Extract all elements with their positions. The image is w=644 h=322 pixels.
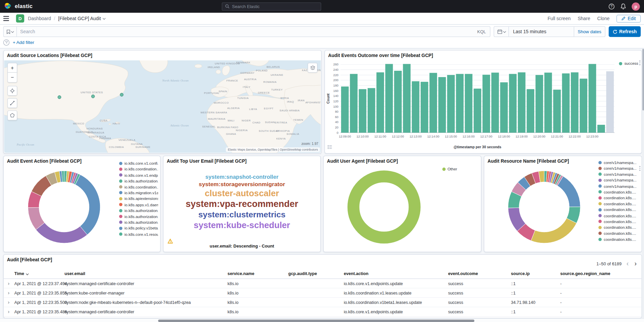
world-map[interactable]: UNITED STATESMEXICOCUBAHAITIGUATEMALAHON… (4, 60, 321, 153)
map-data-point[interactable] (58, 96, 61, 99)
donut-slice[interactable] (531, 218, 577, 243)
breadcrumb-page-title[interactable]: [Filebeat GCP] Audit (58, 16, 105, 21)
bar-success[interactable] (580, 78, 587, 132)
legend-item[interactable]: io.k8s.authorization.... (119, 208, 158, 213)
column-header-time[interactable]: Time (14, 271, 28, 276)
tagcloud-word[interactable]: system:clustermetrics (198, 210, 285, 219)
legend-item[interactable]: io.k8s.authorization.... (119, 214, 158, 219)
tagcloud-word[interactable]: system:vpa-recommender (186, 199, 298, 209)
column-header-event-action[interactable]: event.action (344, 271, 369, 276)
legend-item[interactable]: coordination.k8s.... (598, 196, 639, 200)
space-badge[interactable]: D (16, 14, 24, 22)
map-attribution[interactable]: Elastic Maps Service, OpenMapTiles | Ope… (226, 148, 320, 152)
time-range-value[interactable]: Last 15 minutes (509, 29, 574, 34)
next-page-button[interactable]: › (634, 260, 637, 267)
share-button[interactable]: Share (578, 16, 590, 21)
filter-set-menu-button[interactable] (3, 39, 9, 45)
legend-item[interactable]: coordination.k8s.... (598, 190, 639, 194)
legend-item[interactable]: core/v1/namespa... (598, 184, 639, 188)
bar-success[interactable] (403, 64, 411, 133)
expand-row-button[interactable]: › (8, 299, 9, 305)
column-header-source-geo-region-name[interactable]: source.geo.region_name (560, 271, 610, 276)
scrollbar-thumb[interactable] (158, 319, 474, 322)
bar-success[interactable] (597, 125, 605, 132)
bar-success[interactable] (465, 74, 473, 132)
legend-item[interactable]: coordination.k8s.... (598, 208, 639, 212)
donut-ring[interactable] (354, 176, 415, 237)
expand-row-button[interactable]: › (8, 309, 9, 314)
map-layers-button[interactable] (308, 63, 317, 72)
panel-options-icon[interactable] (639, 166, 640, 171)
bar-success[interactable] (544, 72, 552, 132)
bar-success[interactable] (438, 77, 446, 133)
bar-incomplete-bucket[interactable] (606, 71, 614, 133)
clone-button[interactable]: Clone (597, 16, 610, 21)
legend-item[interactable]: io.k8s.core.v1.endp... (119, 173, 158, 177)
legend-item[interactable]: Other (442, 167, 457, 171)
measure-distance-button[interactable] (7, 98, 17, 108)
bar-success[interactable] (482, 75, 490, 133)
expand-row-button[interactable]: › (8, 280, 9, 286)
bar-success[interactable] (589, 64, 596, 133)
column-header-service-name[interactable]: service.name (227, 271, 254, 276)
notifications-bell-icon[interactable] (620, 3, 626, 9)
legend-item[interactable]: coordination.k8s.... (598, 213, 639, 218)
draw-shape-button[interactable] (7, 110, 17, 120)
legend-item[interactable]: coordination.k8s.... (598, 231, 639, 235)
help-icon[interactable]: ? (608, 3, 615, 10)
query-search-input[interactable] (17, 29, 473, 34)
legend-item[interactable]: io.k8s.core.v1.resou... (119, 232, 158, 236)
legend-item[interactable]: io.k8s.authorization.... (119, 179, 158, 183)
tagcloud-word[interactable]: system:kube-scheduler (194, 220, 290, 230)
global-search[interactable] (222, 2, 321, 10)
previous-page-button[interactable]: ‹ (626, 260, 629, 267)
refresh-button[interactable]: Refresh (609, 26, 641, 37)
user-avatar[interactable]: p (632, 2, 640, 10)
column-header-event-outcome[interactable]: event.outcome (448, 271, 478, 276)
show-dates-button[interactable]: Show dates (574, 27, 605, 37)
column-header-source-ip[interactable]: source.ip (511, 271, 530, 276)
bar-success[interactable] (341, 87, 349, 133)
legend-item[interactable]: io.k8s.migration.v1al... (119, 191, 158, 195)
map-data-point[interactable] (120, 93, 123, 97)
legend-item[interactable]: core/v1/namespa... (598, 160, 639, 165)
breadcrumb-dashboard[interactable]: Dashboard (28, 16, 51, 21)
zoom-in-button[interactable]: + (7, 63, 17, 72)
query-language-button[interactable]: KQL (473, 29, 490, 34)
legend-item[interactable]: coordination.k8s.... (598, 202, 639, 206)
bar-success[interactable] (456, 74, 464, 132)
bar-success[interactable] (359, 89, 367, 133)
scrollbar-thumb[interactable] (642, 49, 644, 111)
expand-row-button[interactable]: › (8, 290, 9, 296)
saved-query-menu-button[interactable] (4, 27, 17, 37)
date-picker-menu-button[interactable] (494, 27, 509, 37)
legend-item[interactable]: coordination.k8s.... (598, 219, 639, 224)
bar-success[interactable] (412, 81, 420, 132)
tagcloud-word[interactable]: system:storageversionmigrator (199, 181, 285, 187)
legend-item[interactable]: io.k8s.apps.v1.daem... (119, 202, 158, 207)
legend-item[interactable]: success (619, 61, 638, 65)
legend-item[interactable]: io.k8s.coordination.... (119, 167, 158, 171)
legend-item[interactable]: coordination.k8s.... (598, 237, 639, 241)
legend-item[interactable]: coordination.k8s.... (598, 225, 639, 229)
bar-success[interactable] (553, 90, 561, 132)
bar-success[interactable] (350, 74, 358, 132)
column-header-user-email[interactable]: user.email (64, 271, 85, 276)
bar-success[interactable] (376, 72, 384, 133)
legend-item[interactable]: io.k8s.coordination.... (119, 184, 158, 189)
donut-slice[interactable] (75, 175, 100, 235)
legend-item[interactable]: io.k8s.apiextensions.... (119, 197, 158, 201)
map-data-point[interactable] (91, 95, 95, 98)
donut-slice[interactable] (557, 176, 580, 207)
bar-success[interactable] (571, 72, 579, 133)
zoom-out-button[interactable]: − (7, 73, 17, 83)
bar-success[interactable] (474, 89, 481, 132)
global-search-input[interactable] (232, 4, 318, 9)
bar-success[interactable] (394, 71, 402, 133)
legend-toggle-icon[interactable] (327, 144, 332, 151)
legend-item[interactable]: core/v1/namespa... (598, 166, 639, 170)
horizontal-scrollbar[interactable] (0, 318, 644, 322)
bar-success[interactable] (518, 72, 526, 133)
bar-success[interactable] (447, 75, 455, 133)
legend-item[interactable]: io.k8s.authorization.... (119, 220, 158, 224)
